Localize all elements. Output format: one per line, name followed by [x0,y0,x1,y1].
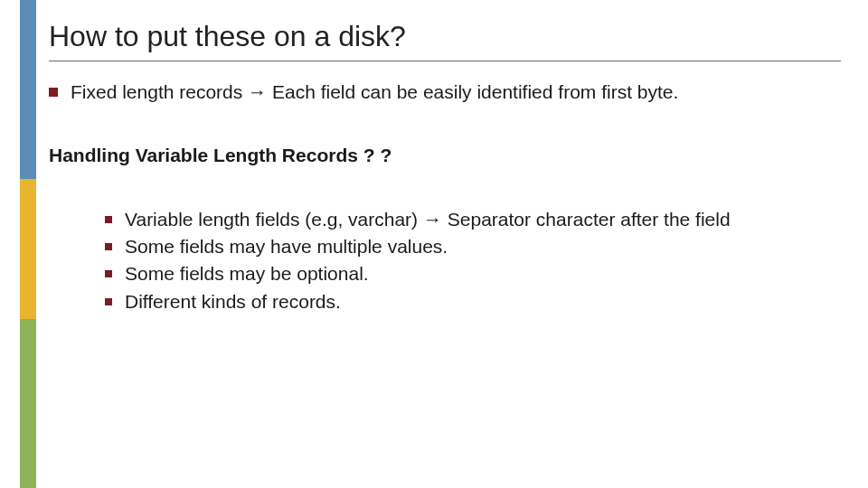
square-bullet-icon [49,88,58,97]
bullet-text: Fixed length records → Each field can be… [71,80,678,105]
sub-bullet-item: Variable length fields (e.g, varchar) → … [105,207,850,232]
slide-body: Fixed length records → Each field can be… [49,80,850,316]
text-part: Each field can be easily identified from… [267,81,678,102]
accent-yellow [20,179,36,319]
sub-bullet-text: Some fields may have multiple values. [125,234,448,259]
bullet-item: Fixed length records → Each field can be… [49,80,850,105]
sub-bullet-list: Variable length fields (e.g, varchar) → … [105,207,850,314]
square-bullet-icon [105,216,112,223]
sub-bullet-item: Some fields may have multiple values. [105,234,850,259]
sub-bullet-text: Variable length fields (e.g, varchar) → … [125,207,731,232]
square-bullet-icon [105,243,112,250]
text-part: Variable length fields (e.g, varchar) [125,209,423,230]
subheading: Handling Variable Length Records ? ? [49,143,850,168]
accent-blue [20,0,36,195]
text-part: Separator character after the field [442,209,731,230]
accent-green [20,319,36,488]
sub-bullet-item: Some fields may be optional. [105,261,850,286]
arrow-icon: → [423,209,442,230]
square-bullet-icon [105,270,112,277]
sub-bullet-text: Different kinds of records. [125,289,341,314]
arrow-icon: → [248,81,267,102]
slide: How to put these on a disk? Fixed length… [0,0,868,488]
sub-bullet-text: Some fields may be optional. [125,261,369,286]
sub-bullet-item: Different kinds of records. [105,289,850,314]
square-bullet-icon [105,298,112,305]
slide-title: How to put these on a disk? [49,20,841,61]
sidebar-accent [0,0,36,488]
text-part: Fixed length records [71,81,248,102]
